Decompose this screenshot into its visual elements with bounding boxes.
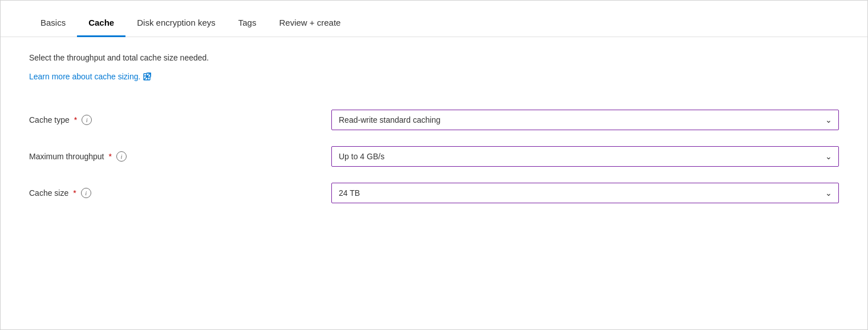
max-throughput-label: Maximum throughput — [29, 152, 104, 161]
cache-type-info-icon[interactable]: i — [82, 115, 92, 125]
cache-type-label-container: Cache type * i — [29, 115, 331, 125]
external-link-icon — [143, 73, 151, 81]
cache-type-row: Cache type * i Read-write standard cachi… — [29, 102, 839, 138]
cache-size-info-icon[interactable]: i — [81, 188, 91, 198]
tab-tags[interactable]: Tags — [227, 11, 268, 37]
cache-size-required: * — [73, 188, 76, 198]
learn-more-link[interactable]: Learn more about cache sizing. — [29, 72, 151, 81]
cache-size-label-container: Cache size * i — [29, 188, 331, 198]
max-throughput-label-container: Maximum throughput * i — [29, 151, 331, 162]
cache-size-control: 24 TB 12 TB 48 TB ⌄ — [331, 183, 839, 203]
cache-size-row: Cache size * i 24 TB 12 TB 48 TB ⌄ — [29, 175, 839, 211]
cache-size-select[interactable]: 24 TB 12 TB 48 TB — [331, 183, 839, 203]
content-area: Select the throughput and total cache si… — [1, 37, 867, 329]
cache-size-dropdown-wrapper: 24 TB 12 TB 48 TB ⌄ — [331, 183, 839, 203]
tab-cache[interactable]: Cache — [77, 11, 125, 37]
description-text: Select the throughput and total cache si… — [29, 53, 839, 62]
tab-disk-encryption[interactable]: Disk encryption keys — [125, 11, 227, 37]
form-container: Cache type * i Read-write standard cachi… — [29, 102, 839, 211]
max-throughput-dropdown-wrapper: Up to 4 GB/s Up to 2 GB/s Up to 8 GB/s ⌄ — [331, 146, 839, 167]
tab-basics[interactable]: Basics — [29, 11, 77, 37]
tabs-nav: Basics Cache Disk encryption keys Tags R… — [1, 1, 867, 37]
cache-type-dropdown-wrapper: Read-write standard caching Read-only ca… — [331, 110, 839, 130]
tab-review-create[interactable]: Review + create — [267, 11, 352, 37]
page-container: Basics Cache Disk encryption keys Tags R… — [0, 0, 868, 330]
cache-type-control: Read-write standard caching Read-only ca… — [331, 110, 839, 130]
max-throughput-required: * — [109, 152, 112, 161]
cache-type-select[interactable]: Read-write standard caching Read-only ca… — [331, 110, 839, 130]
learn-more-text: Learn more about cache sizing. — [29, 72, 140, 81]
max-throughput-info-icon[interactable]: i — [116, 151, 127, 162]
max-throughput-control: Up to 4 GB/s Up to 2 GB/s Up to 8 GB/s ⌄ — [331, 146, 839, 167]
max-throughput-row: Maximum throughput * i Up to 4 GB/s Up t… — [29, 138, 839, 175]
max-throughput-select[interactable]: Up to 4 GB/s Up to 2 GB/s Up to 8 GB/s — [331, 146, 839, 167]
cache-type-label: Cache type — [29, 115, 70, 124]
cache-size-label: Cache size — [29, 188, 68, 198]
svg-line-1 — [147, 73, 151, 77]
cache-type-required: * — [74, 115, 77, 124]
